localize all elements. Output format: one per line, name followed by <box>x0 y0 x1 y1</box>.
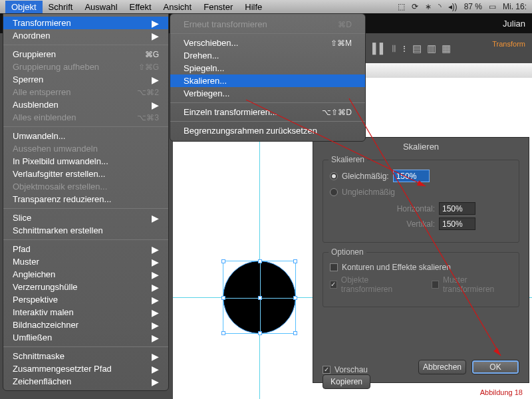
align-icon[interactable]: ▌▌ <box>372 43 386 54</box>
horizontal-field <box>439 202 475 215</box>
menu-item[interactable]: Anordnen▶ <box>3 29 168 42</box>
menu-item[interactable]: Transformieren▶ <box>3 17 168 29</box>
options-group: Optionen Konturen und Effekte skalieren … <box>323 252 519 307</box>
menu-auswahl[interactable]: Auswahl <box>78 1 123 13</box>
options-group-title: Optionen <box>329 247 366 257</box>
menu-item: Erneut transformieren⌘D <box>170 18 365 31</box>
menu-item[interactable]: Zeichenflächen▶ <box>3 375 168 388</box>
menu-fenster[interactable]: Fenster <box>198 1 239 13</box>
menu-item[interactable]: Einzeln transformieren...⌥⇧⌘D <box>170 106 365 118</box>
menu-objekt[interactable]: Objekt <box>5 1 43 13</box>
uniform-radio[interactable] <box>330 172 338 180</box>
uniform-field[interactable] <box>393 170 430 182</box>
horizontal-label: Horizontal: <box>388 204 435 213</box>
volume-icon[interactable]: ◂)) <box>448 2 458 11</box>
nonuniform-label: Ungleichmäßig <box>342 188 395 197</box>
menu-item: Gruppierung aufheben⇧⌘G <box>3 61 168 73</box>
figure-caption: Abbildung 18 <box>480 388 523 396</box>
align-icon[interactable]: ⫴ <box>392 43 396 55</box>
vertical-label: Vertikal: <box>388 219 435 229</box>
menu-effekt[interactable]: Effekt <box>124 1 158 13</box>
menu-schrift[interactable]: Schrift <box>43 1 79 13</box>
menu-item: Alles einblenden⌥⌘3 <box>3 111 168 124</box>
wifi-icon[interactable]: ◝ <box>438 2 442 11</box>
menu-item[interactable]: Skalieren... <box>170 74 365 87</box>
sync-icon[interactable]: ⟳ <box>412 2 418 11</box>
menu-item[interactable]: Transparenz reduzieren... <box>3 193 168 205</box>
strokes-checkbox[interactable] <box>330 263 338 271</box>
menu-item[interactable]: Verzerrungshülle▶ <box>3 281 168 293</box>
patterns-label: Muster transformieren <box>443 275 512 294</box>
objects-checkbox <box>330 281 337 289</box>
align-icon[interactable]: ▥ <box>427 43 436 55</box>
clock: Mi. 16: <box>503 2 527 11</box>
align-icon[interactable]: ▦ <box>442 43 451 55</box>
strokes-label: Konturen und Effekte skalieren <box>342 263 451 272</box>
align-icon[interactable]: ⫶ <box>402 43 407 54</box>
scale-dialog: Skalieren Skalieren Gleichmäßig: Ungleic… <box>313 137 529 383</box>
battery-percent: 87 % <box>464 2 482 11</box>
battery-icon[interactable]: ▭ <box>489 2 496 11</box>
menu-item[interactable]: Gruppieren⌘G <box>3 48 168 61</box>
menu-item: Objektmosaik erstellen... <box>3 180 168 193</box>
menu-item[interactable]: Pfad▶ <box>3 243 168 255</box>
menu-item[interactable]: Interaktiv malen▶ <box>3 306 168 319</box>
uniform-label: Gleichmäßig: <box>342 172 389 181</box>
objects-label: Objekte transformieren <box>341 275 413 294</box>
preview-checkbox[interactable] <box>323 366 331 374</box>
bluetooth-icon[interactable]: ∗ <box>425 2 432 11</box>
menu-item[interactable]: In Pixelbild umwandeln... <box>3 155 168 168</box>
preview-label: Vorschau <box>334 365 368 374</box>
scale-group-title: Skalieren <box>329 155 367 164</box>
nonuniform-radio[interactable] <box>330 188 338 196</box>
menu-item[interactable]: Drehen... <box>170 49 365 62</box>
scale-group: Skalieren Gleichmäßig: Ungleichmäßig Hor… <box>323 160 519 243</box>
menu-item[interactable]: Ausblenden▶ <box>3 98 168 111</box>
menu-item[interactable]: Umwandeln... <box>3 130 168 142</box>
menu-item[interactable]: Slice▶ <box>3 211 168 224</box>
align-toolbar: ▌▌ ⫴ ⫶ ▤ ▥ ▦ <box>372 40 472 57</box>
menu-item[interactable]: Schnittmarken erstellen <box>3 224 168 237</box>
menu-item: Alle entsperren⌥⌘2 <box>3 86 168 98</box>
menu-item[interactable]: Spiegeln... <box>170 62 365 74</box>
menu-hilfe[interactable]: Hilfe <box>239 1 268 13</box>
objekt-menu: Transformieren▶Anordnen▶Gruppieren⌘GGrup… <box>3 13 169 391</box>
transformieren-submenu: Erneut transformieren⌘DVerschieben...⇧⌘M… <box>170 13 366 142</box>
ok-button[interactable]: OK <box>471 360 519 374</box>
menu-item[interactable]: Muster▶ <box>3 255 168 268</box>
menu-item[interactable]: Verlaufsgitter erstellen... <box>3 168 168 180</box>
menubar: Objekt Schrift Auswahl Effekt Ansicht Fe… <box>0 0 532 13</box>
menu-item[interactable]: Sperren▶ <box>3 73 168 86</box>
patterns-checkbox <box>432 281 439 289</box>
menu-ansicht[interactable]: Ansicht <box>158 1 198 13</box>
menu-item[interactable]: Bildnachzeichner▶ <box>3 319 168 331</box>
copy-button[interactable]: Kopieren <box>323 374 370 389</box>
menu-item[interactable]: Schnittmaske▶ <box>3 350 168 362</box>
menu-item[interactable]: Perspektive▶ <box>3 293 168 306</box>
transform-panel-tab[interactable]: Transform <box>492 40 525 48</box>
align-icon[interactable]: ▤ <box>412 43 422 55</box>
menu-item[interactable]: Verbiegen... <box>170 87 365 100</box>
menu-item[interactable]: Angleichen▶ <box>3 268 168 281</box>
bounding-box[interactable] <box>223 261 296 334</box>
menu-item[interactable]: Zusammengesetzter Pfad▶ <box>3 362 168 375</box>
menu-item[interactable]: Umfließen▶ <box>3 331 168 344</box>
vertical-field <box>439 217 475 230</box>
cancel-button[interactable]: Abbrechen <box>418 360 466 374</box>
menu-item: Aussehen umwandeln <box>3 142 168 155</box>
dropbox-icon[interactable]: ⬚ <box>398 2 405 11</box>
menu-item[interactable]: Begrenzungsrahmen zurücksetzen <box>170 124 365 137</box>
menu-item[interactable]: Verschieben...⇧⌘M <box>170 37 365 49</box>
workspace-label[interactable]: Julian <box>503 19 525 29</box>
